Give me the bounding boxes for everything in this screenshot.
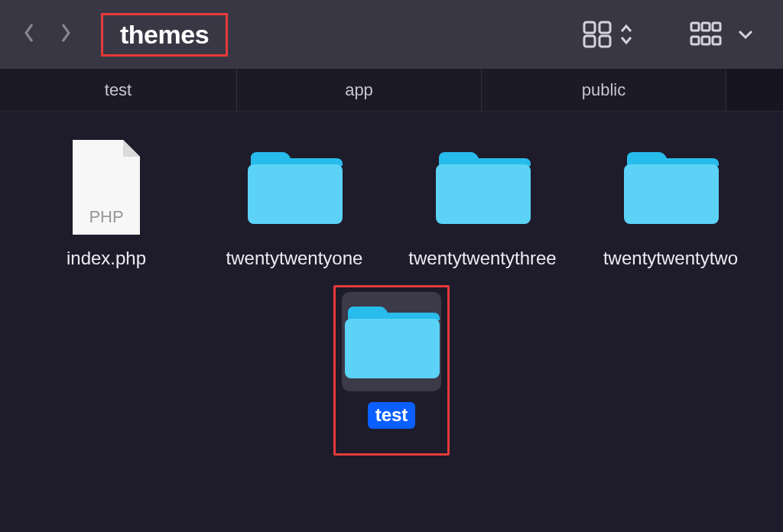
- svg-rect-5: [702, 23, 710, 31]
- tab-bar: test app public: [0, 69, 783, 112]
- chevron-updown-icon: [619, 23, 633, 46]
- tab-label: public: [582, 80, 625, 100]
- folder-item-twentytwentythree[interactable]: twentytwentythree: [388, 138, 577, 285]
- svg-rect-14: [345, 319, 440, 378]
- forward-button[interactable]: [58, 22, 73, 47]
- tab-test[interactable]: test: [0, 69, 237, 111]
- folder-item-twentytwentyone[interactable]: twentytwentyone: [200, 138, 388, 285]
- tab-label: app: [345, 80, 373, 100]
- svg-rect-11: [248, 164, 343, 224]
- folder-icon: [433, 138, 532, 237]
- svg-rect-0: [584, 22, 595, 33]
- file-grid: PHP index.php twentytwentyone twentytwen…: [0, 112, 783, 482]
- folder-item-test[interactable]: test: [342, 292, 441, 444]
- folder-icon: [342, 292, 441, 391]
- window-title: themes: [120, 20, 209, 50]
- svg-rect-6: [713, 23, 720, 31]
- chevron-down-icon: [737, 28, 754, 41]
- svg-rect-1: [599, 22, 610, 33]
- tab-label: test: [105, 80, 132, 100]
- window-title-highlight: themes: [101, 13, 228, 57]
- toolbar: themes: [0, 0, 783, 69]
- folder-icon: [621, 138, 720, 237]
- tab-public[interactable]: public: [482, 69, 726, 111]
- file-label: twentytwentythree: [408, 248, 556, 270]
- tab-app[interactable]: app: [237, 69, 482, 111]
- grid-icon: [583, 21, 612, 48]
- svg-rect-2: [584, 36, 595, 47]
- file-label: twentytwentytwo: [603, 248, 738, 270]
- svg-rect-4: [691, 23, 699, 31]
- folder-item-twentytwentytwo[interactable]: twentytwentytwo: [577, 138, 765, 285]
- file-item-index-php[interactable]: PHP index.php: [12, 138, 200, 285]
- folder-icon: [245, 138, 344, 237]
- svg-rect-13: [624, 164, 719, 224]
- svg-rect-9: [713, 37, 720, 44]
- file-icon: PHP: [57, 138, 156, 237]
- file-label: test: [368, 402, 416, 429]
- group-icon: [690, 21, 729, 48]
- svg-rect-12: [436, 164, 531, 224]
- group-mode-button[interactable]: [690, 21, 754, 48]
- file-label: twentytwentyone: [226, 248, 363, 270]
- view-mode-button[interactable]: [583, 21, 633, 48]
- svg-rect-3: [599, 36, 610, 47]
- svg-text:PHP: PHP: [89, 207, 123, 226]
- svg-rect-8: [702, 37, 710, 44]
- highlight-annotation: test: [333, 285, 450, 456]
- back-button[interactable]: [21, 22, 37, 47]
- file-label: index.php: [67, 248, 146, 270]
- nav-arrows: [21, 22, 73, 47]
- file-grid-row-2: test: [12, 285, 771, 456]
- svg-rect-7: [691, 37, 699, 44]
